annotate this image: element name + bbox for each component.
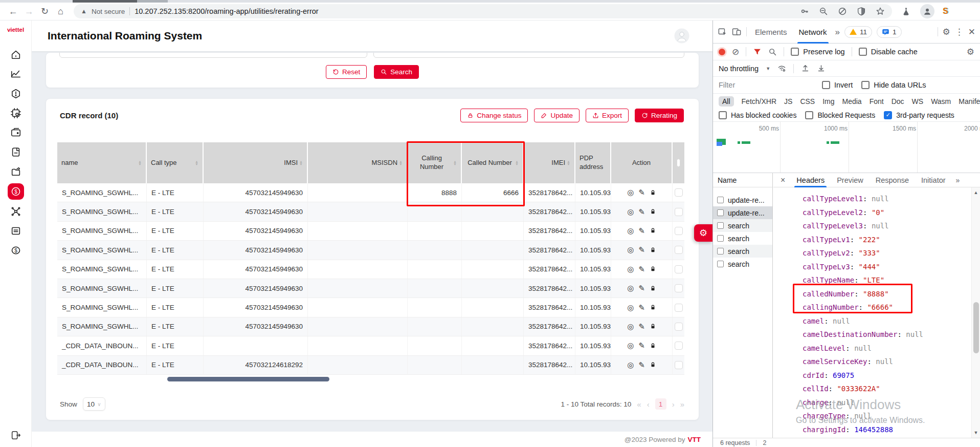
user-avatar[interactable] <box>674 28 689 44</box>
first-page-icon[interactable]: « <box>637 400 641 409</box>
row-checkbox[interactable] <box>675 304 683 312</box>
type-chip[interactable]: Fetch/XHR <box>742 97 776 105</box>
lock-icon[interactable] <box>650 266 656 272</box>
clear-icon[interactable]: ⊘ <box>732 48 739 56</box>
sort-icon[interactable]: ▲▼ <box>399 160 403 165</box>
has-blocked-cookies-checkbox[interactable]: Has blocked cookies <box>719 111 796 119</box>
scrollbar-thumb[interactable] <box>973 302 979 353</box>
column-header-imei[interactable]: IMEI▲▼ <box>524 142 575 183</box>
network-conditions-icon[interactable] <box>777 64 786 73</box>
back-icon[interactable]: ← <box>6 6 20 17</box>
rerating-button[interactable]: Rerating <box>635 109 684 122</box>
scroll-down-icon[interactable]: ▼ <box>972 430 980 435</box>
sidebar-item-wallet[interactable] <box>10 127 21 138</box>
request-row[interactable]: search <box>713 219 772 232</box>
column-header-pdp-address[interactable]: PDP address <box>575 142 611 183</box>
request-row[interactable]: update-re... <box>713 194 772 206</box>
view-icon[interactable]: ◎ <box>627 322 634 331</box>
tab-preview[interactable]: Preview <box>831 173 870 187</box>
request-row[interactable]: update-re... <box>713 206 772 219</box>
horizontal-scrollbar-thumb[interactable] <box>167 377 329 381</box>
table-row[interactable]: S_ROAMING_SGWHL... E - LTE 4570321459496… <box>57 298 684 317</box>
lock-icon[interactable] <box>650 343 656 349</box>
column-header-calling-number[interactable]: Calling Number▲▼ <box>408 142 462 183</box>
scroll-up-icon[interactable]: ▲ <box>972 190 980 195</box>
edit-icon[interactable]: ✎ <box>638 245 645 254</box>
hide-data-urls-checkbox[interactable]: Hide data URLs <box>861 81 926 89</box>
view-icon[interactable]: ◎ <box>627 341 634 350</box>
edit-icon[interactable]: ✎ <box>638 360 645 370</box>
sidebar-item-system[interactable] <box>10 108 21 119</box>
reload-icon[interactable]: ↻ <box>38 6 52 17</box>
tab-elements[interactable]: Elements <box>751 20 791 44</box>
checkbox[interactable] <box>822 81 830 89</box>
view-icon[interactable]: ◎ <box>627 207 634 217</box>
url-text[interactable]: 10.207.252.135:8200/roaming-app/utilitie… <box>135 7 319 15</box>
filter-funnel-icon[interactable] <box>753 48 762 56</box>
table-row[interactable]: S_ROAMING_SGWHL... E - LTE 4570321459496… <box>57 202 684 221</box>
row-checkbox[interactable] <box>675 284 683 292</box>
disable-cache-checkbox[interactable]: Disable cache <box>859 48 918 56</box>
table-row[interactable]: _CDR_DATA_INBOUN... E - LTE 457032124618… <box>57 356 684 375</box>
messages-badge[interactable]: 1 <box>877 26 902 38</box>
zoom-out-icon[interactable] <box>819 7 828 16</box>
lock-icon[interactable] <box>650 285 656 292</box>
lock-icon[interactable] <box>650 247 656 253</box>
row-checkbox[interactable] <box>675 323 683 331</box>
type-chip[interactable]: Doc <box>892 97 904 105</box>
edit-icon[interactable]: ✎ <box>638 207 645 217</box>
type-chip[interactable]: Wasm <box>931 97 951 105</box>
filter-input[interactable] <box>719 81 813 89</box>
import-har-icon[interactable] <box>801 64 810 73</box>
devtools-settings-icon[interactable]: ⚙ <box>943 28 950 36</box>
edit-icon[interactable]: ✎ <box>638 341 645 350</box>
key-icon[interactable] <box>800 7 809 16</box>
invert-checkbox[interactable]: Invert <box>822 81 853 89</box>
column-header-msisdn[interactable]: MSISDN▲▼ <box>308 142 408 183</box>
column-header-call-type[interactable]: Call type▲▼ <box>147 142 204 183</box>
type-chip[interactable]: CSS <box>800 97 815 105</box>
lock-icon[interactable] <box>650 189 656 196</box>
view-icon[interactable]: ◎ <box>627 188 634 197</box>
extension-s-logo[interactable]: S <box>943 7 948 16</box>
network-settings-gear-icon[interactable]: ⚙ <box>967 48 974 56</box>
lock-icon[interactable] <box>650 208 656 215</box>
table-row[interactable]: S_ROAMING_SGWHL... E - LTE 4570321459496… <box>57 260 684 279</box>
row-checkbox[interactable] <box>675 246 683 254</box>
lock-icon[interactable] <box>650 323 656 330</box>
security-label[interactable]: Not secure <box>92 8 125 15</box>
payload-json[interactable]: callTypeLevel1: null callTypeLevel2: "0"… <box>773 187 971 438</box>
column-header-checkbox[interactable] <box>673 142 684 183</box>
last-page-icon[interactable]: » <box>680 400 684 409</box>
type-chip[interactable]: Img <box>822 97 834 105</box>
home-icon[interactable]: ⌂ <box>54 6 68 17</box>
lock-icon[interactable] <box>650 304 656 311</box>
blocked-requests-checkbox[interactable]: Blocked Requests <box>805 111 875 119</box>
content-blocked-icon[interactable] <box>838 7 847 16</box>
close-detail-icon[interactable]: × <box>781 176 785 185</box>
type-chip[interactable]: JS <box>784 97 792 105</box>
row-checkbox[interactable] <box>675 342 683 350</box>
edit-icon[interactable]: ✎ <box>638 322 645 331</box>
sidebar-item-network[interactable] <box>10 206 21 217</box>
table-row[interactable]: S_ROAMING_SGWHL... E - LTE 4570321459496… <box>57 317 684 336</box>
edit-icon[interactable]: ✎ <box>638 226 645 236</box>
tab-response[interactable]: Response <box>870 173 915 187</box>
view-icon[interactable]: ◎ <box>627 284 634 293</box>
device-toolbar-icon[interactable] <box>732 27 742 37</box>
third-party-requests-checkbox[interactable]: ✓ 3rd-party requests <box>884 111 954 119</box>
record-button[interactable] <box>719 49 725 55</box>
row-checkbox[interactable] <box>675 265 683 273</box>
current-page[interactable]: 1 <box>655 398 666 410</box>
request-row[interactable]: search <box>713 258 772 270</box>
page-size-select[interactable]: 10 ∨ <box>83 397 105 411</box>
column-header-imsi[interactable]: IMSI▲▼ <box>204 142 308 183</box>
view-icon[interactable]: ◎ <box>627 360 634 370</box>
checkbox-checked[interactable]: ✓ <box>884 111 892 119</box>
sort-icon[interactable]: ▲▼ <box>195 160 198 165</box>
checkbox[interactable] <box>805 111 813 119</box>
sort-icon[interactable]: ▲▼ <box>138 160 142 165</box>
view-icon[interactable]: ◎ <box>627 303 634 312</box>
sidebar-item-logs[interactable] <box>10 225 21 237</box>
search-input-left[interactable] <box>59 53 367 58</box>
